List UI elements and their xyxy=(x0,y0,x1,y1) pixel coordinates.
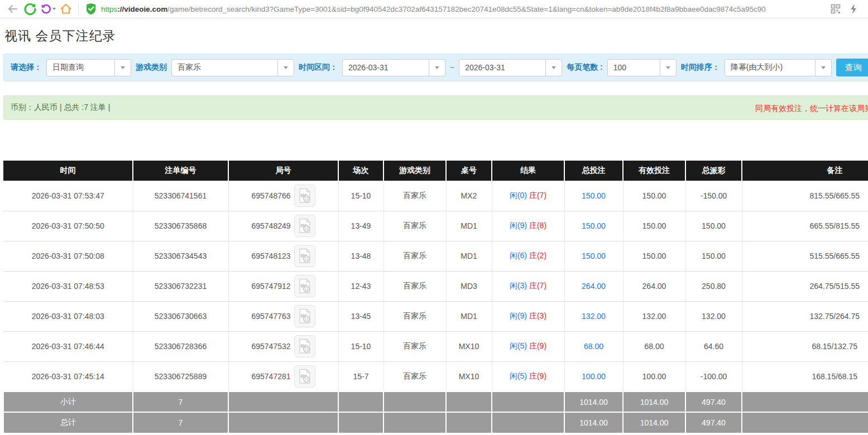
total-bet-link[interactable]: 264.00 xyxy=(582,282,606,291)
chevron-down-icon[interactable] xyxy=(545,60,562,76)
undo-icon[interactable] xyxy=(40,2,56,16)
footer-result xyxy=(492,412,564,433)
cell-valid-bet: 150.00 xyxy=(623,241,685,271)
column-header-3: 场次 xyxy=(338,161,383,181)
video-replay-button[interactable] xyxy=(294,275,315,297)
refresh-icon[interactable] xyxy=(22,2,38,16)
column-header-1: 注单编号 xyxy=(133,161,228,181)
cell-payout: 250.80 xyxy=(685,271,742,301)
browser-toolbar: https://videoie.com/game/betrecord_searc… xyxy=(0,0,868,18)
page-title: 视讯 会员下注纪录 xyxy=(4,27,868,45)
cell-bet-id: 523306734543 xyxy=(133,241,228,271)
cell-result: 闲(6) 庄(2) xyxy=(492,241,564,271)
result-banker: 庄(7) xyxy=(529,281,546,290)
footer-label: 总计 xyxy=(3,412,133,433)
qr-code-icon[interactable] xyxy=(828,2,843,16)
cell-payout: 150.00 xyxy=(685,241,742,271)
security-shield-icon[interactable] xyxy=(83,2,99,16)
cell-round-id: 695748249 xyxy=(228,211,338,241)
cell-valid-bet: 68.00 xyxy=(623,331,685,361)
filter-bar: 请选择： 日期查询 游戏类别 百家乐 时间区间： 2026-03-31 ~ 20… xyxy=(3,54,868,81)
round-id-wrap: 695747763 xyxy=(251,305,315,327)
video-replay-button[interactable] xyxy=(294,305,315,327)
round-id-text: 695748249 xyxy=(251,221,290,230)
chevron-down-icon[interactable] xyxy=(277,60,294,76)
url-path: /game/betrecord_search/kind3?GameType=30… xyxy=(167,5,766,13)
cell-table-no: MD1 xyxy=(446,301,492,331)
video-replay-button[interactable] xyxy=(294,335,315,357)
chevron-down-icon[interactable] xyxy=(660,60,676,76)
column-header-10: 备注 xyxy=(742,161,868,181)
undo-dropdown-icon[interactable] xyxy=(52,8,56,10)
date-from-select[interactable]: 2026-03-31 xyxy=(342,59,445,76)
result-banker: 庄(8) xyxy=(529,221,546,230)
page-size-value: 100 xyxy=(608,60,660,76)
footer-session xyxy=(338,392,383,412)
total-bet-link[interactable]: 100.00 xyxy=(582,372,606,381)
game-type-select[interactable]: 百家乐 xyxy=(171,59,294,76)
chevron-down-icon[interactable] xyxy=(114,60,131,76)
column-header-2: 局号 xyxy=(228,161,338,181)
result-player: 闲(5) xyxy=(510,371,527,380)
cell-payout: -100.00 xyxy=(685,361,742,392)
cell-bet-id: 523306732231 xyxy=(133,271,228,301)
cell-round-id: 695748766 xyxy=(228,181,338,211)
date-to-select[interactable]: 2026-03-31 xyxy=(459,59,562,76)
round-id-wrap: 695747532 xyxy=(251,335,315,357)
lightning-icon[interactable] xyxy=(846,2,861,16)
sort-order-value: 降幂(由大到小) xyxy=(725,60,815,76)
summary-notice: 同局有效投注，统一计算在该局第 xyxy=(755,104,868,114)
column-header-9: 总派彩 xyxy=(685,161,742,181)
cell-session: 13-45 xyxy=(338,301,383,331)
search-button[interactable]: 查询 xyxy=(836,59,868,76)
table-row-4: 2026-03-31 07:48:03523306730663695747763… xyxy=(3,301,868,331)
cell-total-bet: 100.00 xyxy=(564,361,623,392)
total-bet-link[interactable]: 150.00 xyxy=(582,191,606,200)
url-scheme: https xyxy=(101,5,117,13)
cell-total-bet: 264.00 xyxy=(564,271,623,301)
cell-valid-bet: 132.00 xyxy=(623,301,685,331)
footer-result xyxy=(492,392,564,412)
chevron-down-icon[interactable] xyxy=(429,60,445,76)
footer-table xyxy=(446,412,492,433)
round-id-text: 695748766 xyxy=(251,191,290,200)
total-bet-link[interactable]: 150.00 xyxy=(582,221,606,230)
home-icon[interactable] xyxy=(58,2,74,16)
cell-total-bet: 132.00 xyxy=(564,301,623,331)
video-file-icon xyxy=(298,188,312,204)
result-player: 闲(0) xyxy=(510,191,527,200)
query-type-select[interactable]: 日期查询 xyxy=(46,59,131,76)
video-replay-button[interactable] xyxy=(294,185,315,207)
cell-result: 闲(5) 庄(9) xyxy=(492,361,564,392)
column-header-4: 游戏类别 xyxy=(383,161,446,181)
cell-table-no: MD1 xyxy=(446,241,492,271)
column-header-6: 结果 xyxy=(492,161,564,181)
round-id-text: 695747532 xyxy=(251,342,290,351)
total-bet-link[interactable]: 132.00 xyxy=(582,312,606,321)
video-replay-button[interactable] xyxy=(294,215,315,237)
cell-valid-bet: 150.00 xyxy=(623,211,685,241)
total-bet-link[interactable]: 68.00 xyxy=(584,342,603,351)
video-file-icon xyxy=(298,308,312,324)
result-player: 闲(3) xyxy=(510,281,527,290)
video-replay-button[interactable] xyxy=(294,245,315,267)
cell-time: 2026-03-31 07:50:08 xyxy=(3,241,133,271)
round-id-wrap: 695748249 xyxy=(251,215,315,237)
cell-game-type: 百家乐 xyxy=(383,271,446,301)
video-replay-button[interactable] xyxy=(294,365,315,388)
back-icon[interactable] xyxy=(4,2,20,16)
sort-order-select[interactable]: 降幂(由大到小) xyxy=(725,59,832,76)
cell-round-id: 695747532 xyxy=(228,331,338,361)
total-bet-link[interactable]: 150.00 xyxy=(582,252,606,260)
cell-payout: 132.00 xyxy=(685,301,742,331)
chevron-down-icon[interactable] xyxy=(815,60,831,76)
footer-count: 7 xyxy=(133,412,228,433)
table-row-5: 2026-03-31 07:46:44523306728366695747532… xyxy=(3,331,868,361)
cell-game-type: 百家乐 xyxy=(383,301,446,331)
query-type-label: 请选择： xyxy=(11,62,42,72)
cell-time: 2026-03-31 07:50:50 xyxy=(3,211,133,241)
address-bar[interactable]: https://videoie.com/game/betrecord_searc… xyxy=(101,5,828,13)
page-content: 视讯 会员下注纪录 请选择： 日期查询 游戏类别 百家乐 时间区间： 2026-… xyxy=(0,27,868,433)
page-size-select[interactable]: 100 xyxy=(607,59,677,76)
cell-table-no: MD3 xyxy=(446,271,492,301)
